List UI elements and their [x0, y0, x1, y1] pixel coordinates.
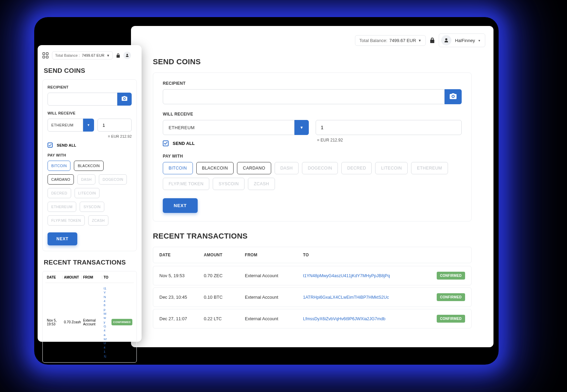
coin-zcash[interactable]: ZCASH [88, 215, 109, 226]
col-date: DATE [47, 275, 63, 279]
cell-date: Nov 5, 19:53 [159, 273, 204, 278]
coin-dash[interactable]: DASH [77, 174, 95, 185]
coin-flyp-me-token[interactable]: FLYP.ME TOKEN [163, 178, 209, 190]
cell-to[interactable]: 1ATRHpi6GxaLX4CLwEimTHiBP7HMktS2Uc [303, 295, 424, 300]
cell-date: Nov 5, 19:53 [47, 319, 63, 326]
fiat-equivalent: = EUR 212.92 [316, 138, 462, 143]
fiat-equivalent: = EUR 212.92 [97, 134, 132, 138]
avatar-icon[interactable] [123, 52, 131, 59]
status-badge: CONFIRMED [437, 315, 465, 323]
svg-rect-1 [46, 53, 48, 55]
cell-to[interactable]: t1YN48pMwyG4aszU411j [104, 286, 107, 358]
table-row: Dec 27, 11:070.22 LTCExternal AccountLfm… [153, 309, 472, 328]
chevron-down-icon: ▼ [418, 39, 422, 42]
coin-bitcoin[interactable]: BITCOIN [48, 161, 70, 171]
coin-cardano[interactable]: CARDANO [237, 162, 271, 174]
col-amount: AMOUNT [64, 275, 82, 279]
scan-qr-button[interactable] [445, 89, 462, 104]
coin-dash[interactable]: DASH [275, 162, 299, 174]
pay-with-coin-grid: BITCOINBLACKCOINCARDANODASHDOGECOINDECRE… [163, 162, 462, 190]
will-receive-label: WILL RECEIVE [48, 111, 132, 115]
coin-blackcoin[interactable]: BLACKCOIN [196, 162, 234, 174]
send-all-label: SEND ALL [57, 143, 76, 147]
svg-rect-0 [43, 53, 45, 55]
col-from: FROM [83, 275, 102, 279]
camera-icon [449, 93, 457, 100]
coin-cardano[interactable]: CARDANO [48, 174, 74, 185]
currency-select-toggle[interactable]: ▼ [83, 119, 94, 132]
cell-date: Dec 27, 11:07 [159, 316, 204, 321]
coin-ethereum[interactable]: ETHEREUM [48, 202, 76, 212]
cell-amount: 0.10 BTC [204, 295, 245, 300]
balance-selector[interactable]: Total Balance: 7499.67 EUR ▼ [355, 35, 426, 46]
cell-from: External Account [245, 273, 303, 278]
recent-transactions-title: RECENT TRANSACTIONS [153, 232, 485, 241]
coin-flyp-me-token[interactable]: FLYP.ME TOKEN [48, 215, 85, 226]
coin-ethereum[interactable]: ETHEREUM [411, 162, 448, 174]
coin-dogecoin[interactable]: DOGECOIN [302, 162, 338, 174]
coin-syscoin[interactable]: SYSCOIN [213, 178, 245, 190]
recipient-input[interactable] [48, 93, 117, 106]
coin-blackcoin[interactable]: BLACKCOIN [74, 161, 103, 171]
table-header: DATE AMOUNT FROM TO [45, 272, 134, 283]
currency-select[interactable]: ETHEREUM [163, 120, 294, 135]
chevron-down-icon: ▼ [106, 54, 110, 57]
header: Total Balance: 7499.67 EUR ▼ HalFinney ▾ [139, 33, 485, 47]
send-all-checkbox[interactable] [163, 140, 169, 146]
table-header: DATE AMOUNT FROM TO [153, 247, 472, 263]
col-to: TO [104, 275, 110, 279]
svg-rect-3 [46, 56, 48, 58]
next-button[interactable]: NEXT [48, 232, 77, 245]
mobile-panel: Total Balance : 7499.67 EUR ▼ SEND COINS… [38, 45, 142, 342]
svg-rect-2 [43, 56, 45, 58]
recipient-label: RECIPIENT [48, 85, 132, 89]
table-row: Nov 5, 19:530.70 ZECExternal Accountt1YN… [153, 266, 472, 285]
table-row: Nov 5, 19:53 0.70 Zcash External Account… [45, 283, 134, 362]
header: Total Balance : 7499.67 EUR ▼ [42, 51, 137, 59]
coin-zcash[interactable]: ZCASH [248, 178, 275, 190]
next-button[interactable]: NEXT [163, 198, 198, 213]
coin-decred[interactable]: DECRED [48, 188, 71, 198]
send-coins-title: SEND COINS [44, 67, 137, 75]
currency-select[interactable]: ETHEREUM [48, 119, 83, 132]
col-date: DATE [159, 253, 204, 257]
currency-select-toggle[interactable]: ▼ [294, 120, 309, 135]
desktop-panel: Total Balance: 7499.67 EUR ▼ HalFinney ▾… [131, 26, 493, 347]
send-coins-card: RECIPIENT WILL RECEIVE ETHEREUM ▼ [153, 72, 472, 221]
cell-amount: 0.70 Zcash [64, 320, 82, 324]
recipient-label: RECIPIENT [163, 81, 462, 86]
send-all-checkbox[interactable] [48, 143, 53, 148]
pay-with-coin-grid: BITCOINBLACKCOINCARDANODASHDOGECOINDECRE… [48, 161, 132, 226]
transactions-table: DATE AMOUNT FROM TO Nov 5, 19:53 0.70 Zc… [42, 271, 137, 363]
balance-label: Total Balance: [359, 38, 387, 43]
lock-icon[interactable] [116, 53, 120, 58]
lock-icon[interactable] [430, 38, 435, 43]
coin-litecoin[interactable]: LITECOIN [75, 188, 100, 198]
apps-grid-icon[interactable] [42, 52, 49, 58]
col-from: FROM [245, 253, 303, 257]
cell-to[interactable]: t1YN48pMwyG4aszU411jKdY7MHyPpJB8jPq [303, 273, 424, 278]
coin-litecoin[interactable]: LITECOIN [375, 162, 408, 174]
cell-from: External Account [83, 319, 102, 326]
status-badge: CONFIRMED [437, 272, 465, 280]
coin-decred[interactable]: DECRED [341, 162, 372, 174]
status-badge: CONFIRMED [111, 319, 132, 325]
will-receive-label: WILL RECEIVE [163, 112, 462, 117]
cell-to[interactable]: LfmssDyX6iZvbVqHv6t9P6JWXia2JG7mdb [303, 316, 424, 321]
cell-amount: 0.70 ZEC [204, 273, 245, 278]
scan-qr-button[interactable] [117, 93, 132, 106]
balance-value: 7499.67 EUR [390, 38, 416, 43]
amount-input[interactable] [97, 119, 132, 132]
pay-with-label: PAY WITH [163, 154, 462, 159]
balance-selector[interactable]: Total Balance : 7499.67 EUR ▼ [52, 51, 113, 59]
coin-bitcoin[interactable]: BITCOIN [163, 162, 193, 174]
recipient-input[interactable] [163, 89, 445, 104]
user-menu[interactable]: HalFinney ▾ [439, 33, 485, 47]
balance-value: 7499.67 EUR [82, 53, 104, 57]
coin-dogecoin[interactable]: DOGECOIN [99, 174, 127, 185]
table-row: Dec 23, 10:450.10 BTCExternal Account1AT… [153, 287, 472, 307]
amount-input[interactable] [316, 120, 462, 135]
send-all-label: SEND ALL [173, 141, 195, 146]
status-badge: CONFIRMED [437, 293, 465, 301]
coin-syscoin[interactable]: SYSCOIN [80, 202, 104, 212]
